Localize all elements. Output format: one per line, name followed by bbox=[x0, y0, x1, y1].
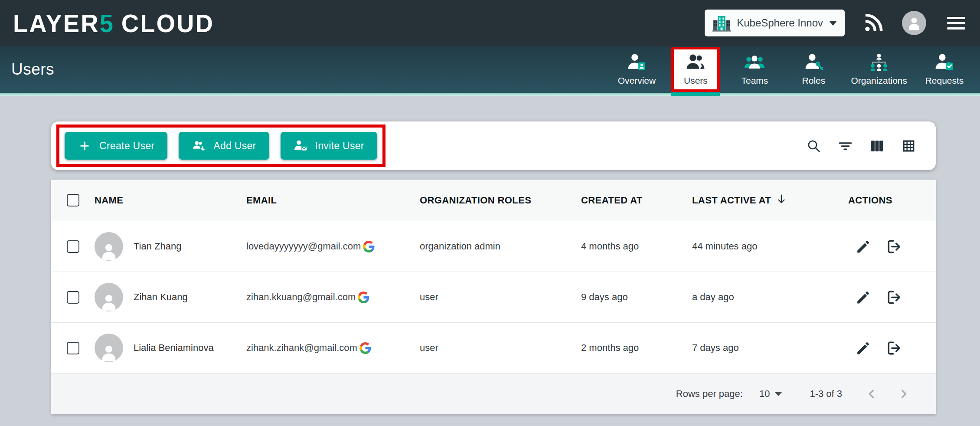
remove-user-exit-icon[interactable] bbox=[886, 239, 902, 255]
chevron-down-icon bbox=[829, 21, 837, 26]
user-email: lovedayyyyyyy@gmail.com bbox=[246, 241, 361, 252]
organization-selector-label: KubeSphere Innov bbox=[737, 17, 823, 29]
main-content: Create User Add User Invite User bbox=[0, 96, 980, 426]
tab-label: Overview bbox=[618, 75, 656, 86]
search-icon bbox=[807, 139, 821, 153]
notifications-feed-button[interactable] bbox=[864, 13, 883, 33]
user-org-roles: user bbox=[420, 292, 581, 303]
table-view-controls bbox=[807, 139, 916, 153]
person-icon bbox=[906, 15, 922, 31]
avatar bbox=[95, 232, 123, 261]
user-org-roles: organization admin bbox=[420, 241, 581, 252]
rows-per-page-select[interactable]: 10 bbox=[759, 388, 782, 400]
sort-desc-arrow-icon bbox=[775, 193, 787, 208]
logo-five-text: 5 bbox=[100, 8, 114, 38]
user-avatar-button[interactable] bbox=[902, 11, 926, 35]
teams-icon bbox=[744, 53, 765, 72]
grid-view-icon bbox=[902, 139, 916, 153]
person-badge-icon bbox=[626, 53, 647, 72]
tab-overview[interactable]: Overview bbox=[612, 50, 661, 88]
user-name: Tian Zhang bbox=[134, 241, 181, 252]
rows-per-page-label: Rows per page: bbox=[676, 388, 743, 400]
column-header-created-at[interactable]: CREATED AT bbox=[581, 195, 692, 206]
table-header-row: NAME EMAIL ORGANIZATION ROLES CREATED AT… bbox=[51, 180, 936, 221]
users-table: NAME EMAIL ORGANIZATION ROLES CREATED AT… bbox=[51, 180, 936, 414]
next-page-chevron-icon[interactable] bbox=[897, 387, 911, 401]
column-header-organization-roles[interactable]: ORGANIZATION ROLES bbox=[420, 195, 581, 206]
remove-user-exit-icon[interactable] bbox=[886, 340, 902, 356]
rss-icon bbox=[864, 13, 883, 33]
google-icon bbox=[363, 241, 375, 252]
menu-button[interactable] bbox=[945, 15, 967, 31]
create-user-button[interactable]: Create User bbox=[65, 132, 167, 160]
column-header-email[interactable]: EMAIL bbox=[246, 195, 420, 206]
table-row: Zihan Kuang zihan.kkuang@gmail.com user … bbox=[51, 272, 936, 323]
annotation-highlight-buttons: Create User Add User Invite User bbox=[56, 125, 385, 167]
tab-label: Users bbox=[684, 75, 708, 86]
navbar-separator bbox=[0, 93, 980, 96]
person-clipboard-icon bbox=[934, 53, 955, 72]
tab-label: Requests bbox=[925, 75, 964, 86]
tab-label: Roles bbox=[802, 75, 826, 86]
add-user-button[interactable]: Add User bbox=[179, 132, 269, 160]
invite-user-button[interactable]: Invite User bbox=[281, 132, 377, 160]
user-created-at: 2 months ago bbox=[581, 342, 692, 354]
columns-view-icon bbox=[870, 139, 884, 153]
user-created-at: 9 days ago bbox=[581, 292, 692, 303]
user-org-roles: user bbox=[420, 342, 581, 354]
menu-icon bbox=[947, 17, 965, 19]
search-button[interactable] bbox=[807, 139, 821, 153]
remove-user-exit-icon[interactable] bbox=[886, 289, 902, 305]
table-pagination: Rows per page: 10 1-3 of 3 bbox=[51, 374, 936, 414]
row-checkbox[interactable] bbox=[67, 291, 79, 304]
tab-label: Organizations bbox=[851, 75, 907, 86]
user-name: Zihan Kuang bbox=[134, 292, 188, 303]
group-add-icon bbox=[192, 139, 206, 152]
previous-page-chevron-icon[interactable] bbox=[865, 387, 879, 401]
filter-button[interactable] bbox=[838, 139, 853, 153]
page-title: Users bbox=[11, 60, 54, 79]
users-group-icon bbox=[685, 53, 706, 72]
user-last-active-at: a day ago bbox=[692, 292, 848, 303]
plus-icon bbox=[78, 139, 91, 152]
layer5-cloud-logo[interactable]: LAYER5CLOUD bbox=[13, 8, 214, 38]
row-checkbox[interactable] bbox=[67, 342, 79, 354]
edit-pencil-icon[interactable] bbox=[855, 289, 871, 305]
grid-view-button[interactable] bbox=[902, 139, 916, 153]
logo-layer-text: LAYER bbox=[13, 8, 100, 38]
person-icon bbox=[99, 241, 119, 261]
tab-requests[interactable]: Requests bbox=[920, 50, 969, 88]
org-tree-icon bbox=[868, 53, 890, 72]
columns-view-button[interactable] bbox=[870, 139, 884, 153]
table-row: Lialia Beniaminova zihank.zihank@gmail.c… bbox=[51, 323, 936, 374]
row-checkbox[interactable] bbox=[67, 240, 79, 253]
edit-pencil-icon[interactable] bbox=[855, 340, 871, 356]
organization-selector[interactable]: KubeSphere Innov bbox=[705, 10, 845, 36]
edit-pencil-icon[interactable] bbox=[855, 239, 871, 255]
user-created-at: 4 months ago bbox=[581, 241, 692, 252]
google-icon bbox=[358, 292, 369, 303]
person-icon bbox=[99, 292, 119, 311]
section-navbar: Users Overview Users Teams Roles Organiz… bbox=[0, 46, 980, 93]
users-toolbar: Create User Add User Invite User bbox=[51, 121, 936, 170]
column-header-actions: ACTIONS bbox=[848, 195, 936, 206]
tab-label: Teams bbox=[741, 75, 768, 86]
tab-teams[interactable]: Teams bbox=[730, 50, 779, 88]
tab-users[interactable]: Users bbox=[671, 47, 720, 92]
tab-roles[interactable]: Roles bbox=[789, 50, 838, 88]
chevron-down-icon bbox=[775, 392, 782, 396]
tab-organizations[interactable]: Organizations bbox=[848, 50, 910, 88]
user-last-active-at: 44 minutes ago bbox=[692, 241, 848, 252]
select-all-checkbox[interactable] bbox=[67, 194, 79, 206]
user-last-active-at: 7 days ago bbox=[692, 342, 848, 354]
google-icon bbox=[359, 342, 371, 354]
column-header-last-active-at[interactable]: LAST ACTIVE AT bbox=[692, 193, 848, 208]
user-email: zihank.zihank@gmail.com bbox=[246, 342, 357, 354]
person-icon bbox=[99, 342, 119, 362]
person-key-icon bbox=[803, 53, 824, 72]
filter-icon bbox=[838, 139, 853, 153]
column-header-name[interactable]: NAME bbox=[95, 195, 246, 206]
building-icon bbox=[712, 14, 731, 32]
user-email: zihan.kkuang@gmail.com bbox=[246, 292, 356, 303]
table-row: Tian Zhang lovedayyyyyyy@gmail.com organ… bbox=[51, 221, 936, 272]
